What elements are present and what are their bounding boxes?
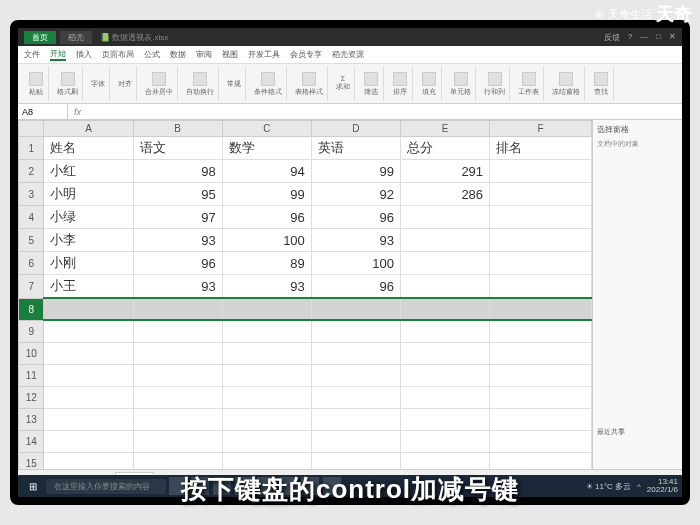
cell[interactable]: 89 <box>222 252 311 275</box>
cell[interactable] <box>400 320 489 342</box>
table-row[interactable]: 3小明959992286 <box>19 183 592 206</box>
titlebar-tab-docer[interactable]: 稻壳 <box>60 31 92 44</box>
ribbon-tab-file[interactable]: 文件 <box>24 49 40 60</box>
ribbon-find[interactable]: 查找 <box>589 66 614 101</box>
sheet-area[interactable]: A B C D E F 1 姓名 语文 数学 英语 总分 排名 2小红98949… <box>18 120 592 469</box>
cell[interactable]: 排名 <box>490 137 592 160</box>
cell[interactable]: 数学 <box>222 137 311 160</box>
cell[interactable] <box>44 386 133 408</box>
cell[interactable] <box>400 206 489 229</box>
help-icon[interactable]: ? <box>628 32 632 43</box>
cell[interactable] <box>490 430 592 452</box>
ribbon-freeze[interactable]: 冻结窗格 <box>548 66 585 101</box>
table-row[interactable]: 5小李9310093 <box>19 229 592 252</box>
table-row[interactable]: 4小绿979696 <box>19 206 592 229</box>
cell[interactable] <box>490 408 592 430</box>
cell[interactable]: 93 <box>311 229 400 252</box>
row-header[interactable]: 5 <box>19 229 44 252</box>
cell[interactable] <box>311 452 400 469</box>
close-icon[interactable]: ✕ <box>669 32 676 43</box>
col-header-F[interactable]: F <box>490 121 592 137</box>
cell[interactable] <box>400 452 489 469</box>
cell[interactable] <box>311 342 400 364</box>
ribbon-paste[interactable]: 粘贴 <box>24 66 49 101</box>
ribbon-table-style[interactable]: 表格样式 <box>291 66 328 101</box>
ribbon-tab-formula[interactable]: 公式 <box>144 49 160 60</box>
ribbon-tab-review[interactable]: 审阅 <box>196 49 212 60</box>
maximize-icon[interactable]: □ <box>656 32 661 43</box>
cell[interactable] <box>490 386 592 408</box>
cell[interactable] <box>222 364 311 386</box>
cell[interactable] <box>490 206 592 229</box>
cell[interactable] <box>133 430 222 452</box>
ribbon-align[interactable]: 对齐 <box>114 66 137 101</box>
ribbon-tab-layout[interactable]: 页面布局 <box>102 49 134 60</box>
cell[interactable]: 291 <box>400 160 489 183</box>
ribbon-fill[interactable]: 填充 <box>417 66 442 101</box>
ribbon-cond-format[interactable]: 条件格式 <box>250 66 287 101</box>
ribbon-sum[interactable]: Σ求和 <box>332 66 355 101</box>
ribbon-tab-home[interactable]: 开始 <box>50 48 66 61</box>
cell[interactable]: 小绿 <box>44 206 133 229</box>
cell[interactable]: 94 <box>222 160 311 183</box>
cell[interactable] <box>490 320 592 342</box>
cell[interactable]: 100 <box>222 229 311 252</box>
cell[interactable] <box>311 364 400 386</box>
table-row[interactable]: 7小王939396 <box>19 275 592 299</box>
cell[interactable]: 286 <box>400 183 489 206</box>
ribbon-filter[interactable]: 筛选 <box>359 66 384 101</box>
cell[interactable] <box>222 430 311 452</box>
cell[interactable] <box>400 364 489 386</box>
row-header[interactable]: 9 <box>19 320 44 342</box>
cell[interactable] <box>400 408 489 430</box>
cell[interactable] <box>490 275 592 299</box>
cell[interactable]: 99 <box>222 183 311 206</box>
cell[interactable]: 96 <box>222 206 311 229</box>
cell[interactable]: 93 <box>133 229 222 252</box>
row-header[interactable]: 13 <box>19 408 44 430</box>
cell[interactable] <box>400 430 489 452</box>
row-header[interactable]: 10 <box>19 342 44 364</box>
cell[interactable] <box>490 298 592 320</box>
cell[interactable] <box>44 430 133 452</box>
cell[interactable] <box>400 298 489 320</box>
ribbon-tab-data[interactable]: 数据 <box>170 49 186 60</box>
row-header[interactable]: 11 <box>19 364 44 386</box>
ribbon-number[interactable]: 常规 <box>223 66 246 101</box>
titlebar-tab-home[interactable]: 首页 <box>24 31 56 44</box>
table-row[interactable]: 9 <box>19 320 592 342</box>
ribbon-tab-docer[interactable]: 稻壳资源 <box>332 49 364 60</box>
ribbon-tab-insert[interactable]: 插入 <box>76 49 92 60</box>
table-row[interactable]: 12 <box>19 386 592 408</box>
cell[interactable] <box>222 298 311 320</box>
cell[interactable] <box>400 275 489 299</box>
cell[interactable] <box>133 320 222 342</box>
cell[interactable]: 小王 <box>44 275 133 299</box>
cell[interactable] <box>490 229 592 252</box>
table-row[interactable]: 14 <box>19 430 592 452</box>
cell[interactable] <box>490 342 592 364</box>
col-header-D[interactable]: D <box>311 121 400 137</box>
minimize-icon[interactable]: — <box>640 32 648 43</box>
row-header[interactable]: 12 <box>19 386 44 408</box>
row-header[interactable]: 3 <box>19 183 44 206</box>
cell[interactable]: 97 <box>133 206 222 229</box>
cell[interactable]: 小明 <box>44 183 133 206</box>
cell[interactable] <box>222 386 311 408</box>
cell[interactable] <box>400 342 489 364</box>
table-row[interactable]: 10 <box>19 342 592 364</box>
col-header-B[interactable]: B <box>133 121 222 137</box>
cell[interactable] <box>133 452 222 469</box>
name-box[interactable]: A8 <box>18 104 68 119</box>
row-header[interactable]: 8 <box>19 298 44 320</box>
ribbon-worksheet[interactable]: 工作表 <box>514 66 544 101</box>
ribbon-format-painter[interactable]: 格式刷 <box>53 66 83 101</box>
cell[interactable]: 英语 <box>311 137 400 160</box>
ribbon-rows-cols[interactable]: 行和列 <box>480 66 510 101</box>
cell[interactable] <box>133 408 222 430</box>
cell[interactable] <box>311 320 400 342</box>
cell[interactable]: 100 <box>311 252 400 275</box>
col-header-E[interactable]: E <box>400 121 489 137</box>
row-header[interactable]: 1 <box>19 137 44 160</box>
table-row[interactable]: 13 <box>19 408 592 430</box>
